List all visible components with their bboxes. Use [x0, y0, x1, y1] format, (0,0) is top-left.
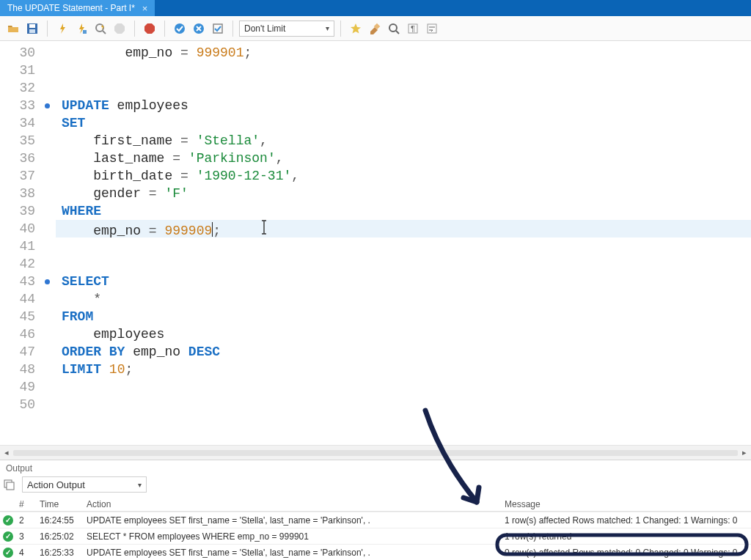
wrap-button[interactable]: [423, 20, 441, 37]
chevron-down-icon: ▾: [326, 24, 329, 32]
svg-rect-3: [83, 30, 87, 34]
text-cursor-icon: [260, 223, 268, 237]
save-button[interactable]: [23, 20, 41, 37]
col-message: Message: [502, 499, 751, 509]
horizontal-scrollbar[interactable]: ◂ ▸: [0, 445, 751, 460]
beautify-button[interactable]: [347, 20, 364, 37]
svg-rect-10: [213, 24, 222, 33]
output-views-icon[interactable]: [3, 479, 15, 490]
row-limit-label: Don't Limit: [244, 23, 285, 34]
svg-rect-16: [428, 24, 436, 33]
execute-current-button[interactable]: [73, 20, 90, 37]
svg-rect-2: [29, 29, 35, 33]
svg-rect-1: [29, 24, 35, 28]
stop-button[interactable]: [111, 20, 128, 37]
rollback-button[interactable]: [190, 20, 208, 37]
commit-button[interactable]: [171, 20, 188, 37]
scroll-right-icon[interactable]: ▸: [738, 448, 751, 457]
search-button[interactable]: [385, 20, 403, 37]
svg-marker-6: [114, 23, 125, 34]
tab-update-statement[interactable]: The UPDATE Statement - Part I* ×: [0, 0, 155, 16]
sql-editor[interactable]: 3031323334353637383940414243444546474849…: [0, 41, 751, 445]
col-action: Action: [84, 499, 502, 509]
output-title: Output: [0, 460, 751, 475]
row-limit-dropdown[interactable]: Don't Limit ▾: [239, 21, 334, 37]
output-row[interactable]: ✓216:24:55UPDATE employees SET first_nam…: [0, 512, 751, 528]
col-num: #: [16, 499, 37, 509]
editor-code[interactable]: emp_no = 999901;UPDATE employeesSET firs…: [56, 41, 751, 445]
success-icon: ✓: [3, 515, 13, 526]
svg-rect-18: [7, 482, 14, 490]
clear-button[interactable]: [366, 20, 384, 37]
col-time: Time: [37, 499, 84, 509]
output-panel-header: Action Output ▾: [0, 475, 751, 497]
editor-gutter: 3031323334353637383940414243444546474849…: [0, 41, 56, 445]
scroll-left-icon[interactable]: ◂: [0, 448, 13, 457]
tab-title: The UPDATE Statement - Part I*: [7, 3, 135, 13]
close-icon[interactable]: ×: [142, 3, 148, 14]
success-icon: ✓: [3, 531, 13, 542]
svg-text:¶: ¶: [411, 24, 415, 33]
toolbar: Don't Limit ▾ ¶: [0, 16, 751, 41]
explain-button[interactable]: [92, 20, 109, 37]
chevron-down-icon: ▾: [138, 481, 142, 489]
autocommit-toggle[interactable]: [209, 20, 227, 37]
svg-point-8: [175, 23, 185, 34]
svg-line-13: [396, 31, 399, 34]
output-type-dropdown[interactable]: Action Output ▾: [22, 476, 147, 493]
stop-script-button[interactable]: [141, 20, 158, 37]
tab-bar: The UPDATE Statement - Part I* ×: [0, 0, 751, 16]
svg-line-5: [103, 31, 106, 34]
scroll-track[interactable]: [13, 450, 738, 456]
output-row[interactable]: ✓316:25:02SELECT * FROM employees WHERE …: [0, 528, 751, 544]
open-file-button[interactable]: [4, 20, 22, 37]
svg-marker-7: [144, 23, 155, 34]
output-type-label: Action Output: [27, 479, 85, 490]
output-table: # Time Action Message ✓216:24:55UPDATE e…: [0, 497, 751, 560]
success-icon: ✓: [3, 548, 13, 558]
svg-point-12: [389, 24, 397, 32]
output-row[interactable]: ✓416:25:33UPDATE employees SET first_nam…: [0, 544, 751, 560]
output-header-row: # Time Action Message: [0, 497, 751, 512]
toggle-whitespace-button[interactable]: ¶: [404, 20, 422, 37]
execute-button[interactable]: [54, 20, 71, 37]
